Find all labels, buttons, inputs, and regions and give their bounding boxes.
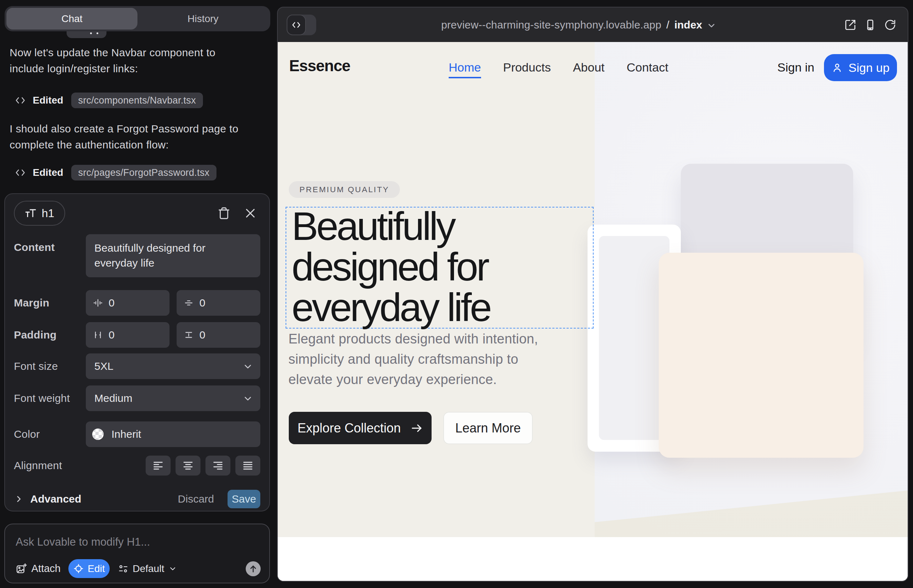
assistant-message: I should also create a Forgot Password p… bbox=[10, 121, 244, 153]
url-page: index bbox=[674, 19, 702, 31]
edited-label: Edited bbox=[33, 167, 63, 178]
url-separator: / bbox=[666, 19, 669, 31]
chat-composer[interactable]: Ask Lovable to modify H1... Attach Edit … bbox=[4, 523, 270, 583]
attach-button[interactable]: Attach bbox=[16, 563, 60, 575]
element-editor-panel: h1 Content Beautifully designed for ever… bbox=[4, 193, 270, 512]
truncated-chip bbox=[66, 31, 107, 38]
signup-button[interactable]: Sign up bbox=[824, 54, 897, 81]
user-icon bbox=[832, 62, 843, 73]
tab-history[interactable]: History bbox=[138, 8, 269, 29]
learn-more-button[interactable]: Learn More bbox=[444, 412, 533, 444]
file-chip[interactable]: src/components/Navbar.tsx bbox=[71, 92, 203, 108]
chevron-down-icon[interactable] bbox=[706, 21, 716, 31]
advanced-expander[interactable]: Advanced bbox=[14, 493, 81, 505]
composer-placeholder: Ask Lovable to modify H1... bbox=[16, 536, 259, 549]
margin-horizontal-icon bbox=[93, 298, 103, 308]
margin-x-value: 0 bbox=[108, 297, 115, 309]
element-tag-name: h1 bbox=[42, 207, 55, 220]
chevron-down-icon bbox=[243, 361, 253, 372]
color-select[interactable]: Inherit bbox=[86, 422, 260, 447]
padding-x-input[interactable]: 0 bbox=[86, 322, 170, 348]
advanced-label: Advanced bbox=[30, 493, 81, 505]
mobile-view-icon[interactable] bbox=[864, 19, 876, 31]
decorative-diagonal-band bbox=[595, 491, 908, 537]
alignment-label: Alignment bbox=[14, 459, 86, 472]
decorative-cream-card bbox=[659, 253, 863, 458]
sliders-icon bbox=[118, 564, 128, 574]
arrow-up-icon bbox=[249, 564, 258, 573]
file-chip[interactable]: src/pages/ForgotPassword.tsx bbox=[71, 165, 217, 181]
save-button[interactable]: Save bbox=[228, 490, 260, 508]
preview-topbar: preview--charming-site-symphony.lovable.… bbox=[278, 8, 908, 42]
align-justify-button[interactable] bbox=[235, 456, 260, 475]
color-swatch bbox=[92, 428, 104, 440]
target-icon bbox=[73, 564, 84, 574]
edited-file-row[interactable]: Edited src/components/Navbar.tsx bbox=[15, 92, 203, 109]
attach-label: Attach bbox=[31, 563, 60, 575]
align-left-button[interactable] bbox=[146, 456, 170, 475]
model-mode-select[interactable]: Default bbox=[118, 563, 177, 575]
site-navbar: Essence Home Products About Contact Sign… bbox=[278, 42, 908, 124]
h1-selection-outline[interactable]: Beautifully designed for everyday life bbox=[286, 207, 594, 328]
site-preview: Essence Home Products About Contact Sign… bbox=[278, 42, 908, 581]
align-right-icon bbox=[212, 459, 224, 472]
edit-mode-pill[interactable]: Edit bbox=[68, 559, 110, 578]
font-weight-label: Font weight bbox=[14, 392, 86, 404]
hero-paragraph: Elegant products designed with intention… bbox=[288, 329, 554, 390]
image-attach-icon bbox=[16, 563, 27, 574]
next-section-strip bbox=[278, 537, 908, 581]
edited-file-row[interactable]: Edited src/pages/ForgotPassword.tsx bbox=[15, 164, 217, 181]
open-external-icon[interactable] bbox=[844, 19, 856, 31]
send-button[interactable] bbox=[246, 561, 261, 576]
align-right-button[interactable] bbox=[206, 456, 230, 475]
font-size-value: 5XL bbox=[94, 360, 113, 372]
margin-label: Margin bbox=[14, 297, 86, 309]
margin-x-input[interactable]: 0 bbox=[86, 290, 170, 316]
align-left-icon bbox=[152, 459, 164, 472]
signup-label: Sign up bbox=[848, 61, 889, 75]
url-bar[interactable]: preview--charming-site-symphony.lovable.… bbox=[277, 19, 894, 31]
refresh-icon[interactable] bbox=[884, 19, 896, 31]
color-value: Inherit bbox=[112, 428, 141, 440]
align-center-button[interactable] bbox=[176, 456, 201, 475]
color-label: Color bbox=[14, 428, 86, 440]
font-size-select[interactable]: 5XL bbox=[86, 354, 260, 379]
nav-link-about[interactable]: About bbox=[573, 60, 605, 74]
arrow-right-icon bbox=[410, 422, 423, 435]
explore-collection-label: Explore Collection bbox=[297, 421, 401, 436]
delete-element-button[interactable] bbox=[214, 203, 234, 223]
learn-more-label: Learn More bbox=[455, 421, 521, 436]
padding-y-input[interactable]: 0 bbox=[176, 322, 260, 348]
chevron-down-icon bbox=[168, 564, 177, 573]
signin-link[interactable]: Sign in bbox=[777, 60, 814, 74]
padding-y-value: 0 bbox=[199, 329, 206, 341]
explore-collection-button[interactable]: Explore Collection bbox=[289, 412, 432, 444]
assistant-message: Now let's update the Navbar component to… bbox=[10, 45, 244, 76]
nav-link-home[interactable]: Home bbox=[448, 60, 481, 74]
font-size-label: Font size bbox=[14, 360, 86, 372]
edit-label: Edit bbox=[87, 563, 105, 575]
close-editor-button[interactable] bbox=[240, 203, 260, 223]
content-textarea[interactable]: Beautifully designed for everyday life bbox=[86, 234, 260, 277]
font-weight-select[interactable]: Medium bbox=[86, 386, 260, 411]
padding-label: Padding bbox=[14, 329, 86, 341]
code-icon bbox=[15, 95, 26, 106]
code-icon bbox=[15, 167, 26, 178]
padding-x-value: 0 bbox=[108, 329, 115, 341]
content-value: Beautifully designed for everyday life bbox=[94, 241, 217, 270]
tab-chat[interactable]: Chat bbox=[6, 8, 138, 29]
site-logo[interactable]: Essence bbox=[289, 57, 350, 75]
nav-link-products[interactable]: Products bbox=[503, 60, 551, 74]
chat-history-tabs: Chat History bbox=[5, 6, 270, 31]
close-icon bbox=[244, 207, 257, 220]
nav-link-contact[interactable]: Contact bbox=[627, 60, 669, 74]
url-domain: preview--charming-site-symphony.lovable.… bbox=[441, 19, 661, 31]
padding-vertical-icon bbox=[184, 330, 194, 340]
element-tag-badge: h1 bbox=[14, 201, 65, 226]
margin-y-input[interactable]: 0 bbox=[176, 290, 260, 316]
content-label: Content bbox=[14, 241, 86, 254]
font-weight-value: Medium bbox=[94, 392, 133, 404]
align-justify-icon bbox=[242, 459, 254, 472]
hero-badge: PREMIUM QUALITY bbox=[289, 181, 400, 198]
discard-button[interactable]: Discard bbox=[178, 493, 214, 505]
